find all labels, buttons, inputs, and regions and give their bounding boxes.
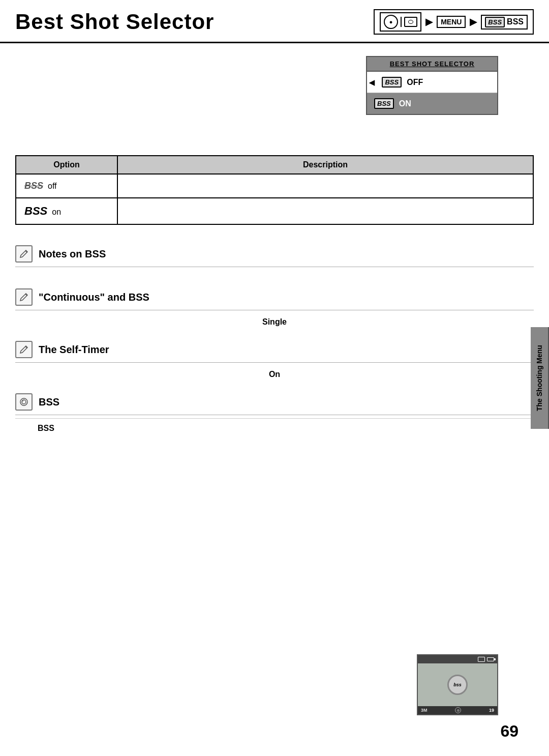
note-body-bss-lens: BSS bss 3M ⊕ [15, 418, 534, 433]
camera-shot-count: 19 [489, 708, 494, 713]
note-header-bss-lens: BSS [15, 393, 534, 415]
screen-panel: BEST SHOT SELECTOR ◀ BSS OFF BSS ON [366, 56, 498, 115]
right-tab-label: The Shooting Menu [535, 345, 543, 411]
camera-size-label: 3M [421, 708, 428, 713]
table-row: BSS on [16, 198, 533, 224]
off-option-label: off [48, 182, 57, 190]
screen-option-on: BSS ON [367, 93, 497, 114]
camera-preview-center: bss [447, 663, 468, 706]
bss-circle-icon: bss [447, 675, 468, 695]
note-title-self-timer: The Self-Timer [39, 344, 109, 356]
nav-arrow-icon: ▶ [425, 16, 433, 27]
option-cell-off: BSS off [16, 174, 117, 198]
program-mode-icon: ● [384, 15, 398, 29]
pencil-svg-1 [19, 249, 28, 258]
bss-off-badge-table: BSS [24, 181, 43, 191]
page-title: Best Shot Selector [15, 10, 214, 34]
col-description: Description [117, 156, 533, 174]
note-pencil-icon-2 [15, 288, 33, 306]
note-item-continuous: "Continuous" and BSS Single [15, 288, 534, 331]
page-number: 69 [500, 722, 518, 741]
selection-arrow-icon: ◀ [369, 78, 375, 86]
description-cell-on [117, 198, 533, 224]
option-cell-on: BSS on [16, 198, 117, 224]
note-body-continuous: Single [15, 313, 534, 331]
header-navigation: ● ▶ MENU ▶ BSS BSS [374, 9, 534, 35]
notes-section: Notes on BSS "Continuous" and BSS Single [15, 245, 534, 433]
table-row: BSS off [16, 174, 533, 198]
note-title-bss: Notes on BSS [39, 248, 106, 260]
camera-preview-top [418, 655, 497, 663]
note-item-self-timer: The Self-Timer On [15, 341, 534, 383]
note-pencil-icon-1 [15, 245, 33, 263]
note-title-bss-lens: BSS [39, 396, 59, 408]
note-title-continuous: "Continuous" and BSS [39, 292, 149, 303]
bss-on-badge-table: BSS [24, 205, 47, 217]
separator-icon [401, 17, 402, 27]
camera-preview: bss 3M ⊕ 19 [417, 654, 498, 715]
note-body-bss [15, 270, 534, 278]
pencil-svg-3 [19, 345, 28, 354]
bss-nav-badge: BSS [485, 17, 505, 27]
page-header: Best Shot Selector ● ▶ MENU ▶ BSS BSS [0, 0, 549, 43]
note-item-bss-lens: BSS BSS bss 3M [15, 393, 534, 433]
pencil-svg-2 [19, 293, 28, 302]
bss-nav-box: BSS BSS [481, 15, 528, 30]
camera-preview-bottom: 3M ⊕ 19 [418, 706, 497, 714]
off-label: OFF [407, 78, 423, 87]
flash-icon: ⊕ [455, 707, 461, 713]
bss-on-badge: BSS [374, 98, 394, 109]
note-header-self-timer: The Self-Timer [15, 341, 534, 363]
menu-box: MENU [437, 16, 466, 28]
svg-point-4 [22, 400, 26, 404]
screen-panel-header: BEST SHOT SELECTOR [367, 57, 497, 72]
options-table: Option Description BSS off BSS on [15, 155, 534, 225]
note-pencil-icon-3 [15, 341, 33, 358]
bss-off-badge: BSS [382, 77, 402, 88]
note-item-bss: Notes on BSS [15, 245, 534, 278]
svg-point-5 [22, 400, 23, 401]
bss-body-label: BSS [15, 424, 54, 433]
note-lens-icon [15, 393, 33, 411]
note-body-self-timer: On [15, 366, 534, 383]
screen-option-off: ◀ BSS OFF [367, 72, 497, 93]
note-header-bss: Notes on BSS [15, 245, 534, 267]
note-header-continuous: "Continuous" and BSS [15, 288, 534, 310]
bss-nav-label: BSS [507, 17, 524, 26]
right-tab: The Shooting Menu [531, 327, 549, 429]
description-cell-off [117, 174, 533, 198]
on-label: ON [399, 99, 411, 108]
battery-icon [487, 657, 494, 661]
bss-circle-label: bss [453, 682, 462, 687]
options-table-container: Option Description BSS off BSS on [15, 155, 534, 225]
on-option-label: on [52, 208, 61, 216]
nav-arrow2-icon: ▶ [470, 16, 477, 27]
svg-point-3 [20, 398, 27, 405]
lens-svg [19, 397, 28, 406]
camera-mode-icon [478, 657, 485, 662]
camera-icon [404, 17, 417, 27]
col-option: Option [16, 156, 117, 174]
